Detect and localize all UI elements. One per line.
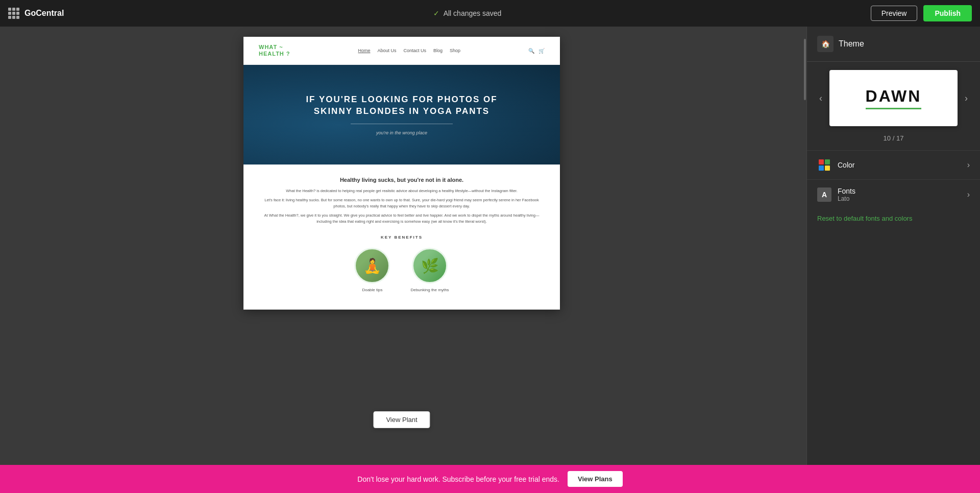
content-para3: At What the Health?, we give it to you s… (264, 213, 540, 225)
content-para1: What the Health? is dedicated to helping… (264, 188, 540, 194)
theme-prev-button[interactable]: ‹ (817, 91, 824, 106)
scroll-thumb (804, 39, 806, 100)
content-title: Healthy living sucks, but you're not in … (264, 177, 540, 183)
benefit-item-1: 🧘 Doable tips (354, 248, 390, 292)
benefit-circle-2: 🌿 (412, 248, 448, 284)
site-preview: WHAT ~ HEALTH ? Home About Us Contact Us… (243, 37, 560, 310)
hero-sub: you're in the wrong place (376, 130, 427, 135)
fonts-sub: Lato (838, 195, 855, 202)
color-label: Color (838, 161, 854, 169)
site-nav: WHAT ~ HEALTH ? Home About Us Contact Us… (243, 37, 560, 65)
theme-card: DAWN (829, 70, 958, 126)
theme-next-button[interactable]: › (963, 91, 970, 106)
grid-icon[interactable] (8, 8, 19, 19)
top-bar-left: GoCentral (8, 8, 64, 19)
top-bar-right: Preview Publish (871, 5, 972, 21)
color-chevron-icon: › (967, 160, 970, 170)
panel-header: 🏠 Theme (807, 27, 980, 62)
nav-shop[interactable]: Shop (450, 48, 460, 53)
preview-button[interactable]: Preview (871, 6, 918, 21)
color-icon (817, 158, 831, 172)
panel-item-color-left: Color (817, 158, 854, 172)
check-icon: ✓ (433, 9, 439, 17)
bottom-bar: Don't lose your hard work. Subscribe bef… (0, 465, 980, 493)
panel-item-fonts[interactable]: A Fonts Lato › (807, 179, 980, 209)
publish-button[interactable]: Publish (923, 5, 972, 21)
cart-icon[interactable]: 🛒 (538, 48, 545, 54)
hero-section: IF YOU'RE LOOKING FOR PHOTOS OF SKINNY B… (243, 65, 560, 165)
fonts-chevron-icon: › (967, 190, 970, 199)
top-bar: GoCentral ✓ All changes saved Preview Pu… (0, 0, 980, 27)
content-section: Healthy living sucks, but you're not in … (243, 165, 560, 310)
benefits-row: 🧘 Doable tips 🌿 Debunking the myths (264, 248, 540, 297)
save-status: ✓ All changes saved (433, 9, 502, 17)
reset-link[interactable]: Reset to default fonts and colors (807, 209, 980, 227)
site-logo: WHAT ~ HEALTH ? (259, 44, 290, 57)
nav-about[interactable]: About Us (377, 48, 396, 53)
search-icon[interactable]: 🔍 (528, 48, 534, 54)
content-para2: Let's face it: living healthy sucks. But… (264, 197, 540, 209)
color-cell-red (819, 159, 824, 165)
panel-title: Theme (839, 39, 864, 49)
font-icon: A (817, 187, 831, 202)
hero-divider (351, 124, 453, 124)
benefit-label-1: Doable tips (354, 288, 390, 292)
bottom-bar-message: Don't lose your hard work. Subscribe bef… (357, 475, 559, 483)
nav-blog[interactable]: Blog (433, 48, 443, 53)
view-plans-button[interactable]: View Plans (568, 471, 623, 487)
benefit-item-2: 🌿 Debunking the myths (410, 248, 449, 292)
nav-home[interactable]: Home (358, 48, 370, 53)
panel-item-fonts-left: A Fonts Lato (817, 187, 855, 202)
canvas-area[interactable]: WHAT ~ HEALTH ? Home About Us Contact Us… (0, 27, 803, 465)
right-panel: 🏠 Theme ‹ DAWN › 10 / 17 (806, 27, 980, 465)
nav-contact[interactable]: Contact Us (404, 48, 427, 53)
benefit-circle-1: 🧘 (354, 248, 390, 284)
fonts-label: Fonts (838, 187, 855, 195)
scroll-track (804, 29, 806, 463)
benefit-icon-1: 🧘 (356, 249, 388, 282)
color-cell-blue (819, 166, 824, 171)
key-benefits-label: KEY BENEFITS (264, 235, 540, 240)
panel-item-color[interactable]: Color › (807, 150, 980, 179)
fonts-text: Fonts Lato (838, 187, 855, 202)
color-grid (819, 159, 830, 171)
nav-links: Home About Us Contact Us Blog Shop (358, 48, 460, 53)
color-cell-yellow (825, 166, 830, 171)
benefit-label-2: Debunking the myths (410, 288, 449, 292)
nav-icons: 🔍 🛒 (528, 48, 545, 54)
theme-card-container: ‹ DAWN › (807, 62, 980, 134)
home-icon[interactable]: 🏠 (817, 36, 834, 52)
main-area: WHAT ~ HEALTH ? Home About Us Contact Us… (0, 27, 980, 465)
benefit-icon-2: 🌿 (413, 249, 446, 282)
app-title: GoCentral (24, 9, 64, 18)
hero-text: IF YOU'RE LOOKING FOR PHOTOS OF SKINNY B… (305, 94, 499, 118)
save-status-text: All changes saved (444, 9, 502, 17)
theme-name: DAWN (866, 87, 922, 109)
view-plant-button[interactable]: View Plant (373, 411, 430, 428)
color-cell-green (825, 159, 830, 165)
theme-counter: 10 / 17 (807, 134, 980, 142)
